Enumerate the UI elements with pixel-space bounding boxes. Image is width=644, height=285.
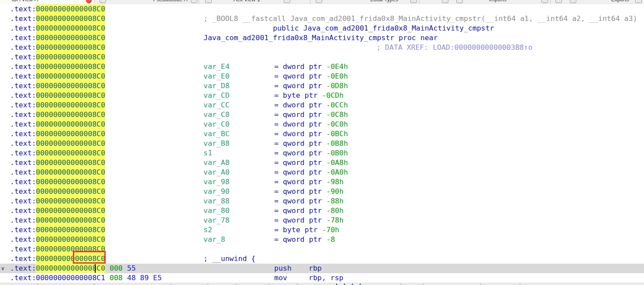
tab-hex-view-1[interactable]: Hex View-1 — [199, 0, 310, 4]
panel-icon[interactable] — [570, 0, 576, 3]
code-segment: var_98 — [203, 177, 230, 187]
address: 00000000000008C0 — [36, 33, 105, 43]
disasm-row[interactable]: .text:00000000000008C0var_80= qword ptr … — [0, 206, 644, 216]
code-segment: = qword ptr -80h — [274, 206, 344, 216]
code-segment: = qword ptr -0C8h — [274, 110, 348, 120]
address: 00000000000008C0 — [36, 62, 105, 72]
disasm-row[interactable]: .text:00000000000008C0var_A0= qword ptr … — [0, 168, 644, 177]
tab-exports[interactable]: Exports — [550, 0, 644, 4]
code-segment: var_80 — [203, 206, 230, 216]
code-segment: = qword ptr -88h — [274, 196, 344, 206]
address: 00000000000008C0 — [36, 120, 105, 129]
disasm-row[interactable]: .text:00000000000008C0var_90= qword ptr … — [0, 187, 644, 196]
address: 00000000000008C0 — [36, 14, 105, 24]
address: 00000000000008C0 — [36, 72, 105, 81]
disasm-row[interactable]: .text:00000000000008C0s1= qword ptr -0B0… — [0, 148, 644, 158]
tab-label: Exports — [611, 0, 629, 3]
code-segment: var_B8 — [203, 139, 230, 148]
panel-icon[interactable] — [191, 0, 197, 3]
disasm-row[interactable]: ∨.text:00000000000008C000055pushrbp — [0, 264, 644, 273]
segment-prefix: .text: — [10, 52, 36, 62]
disasm-row[interactable]: .text:00000000000008C100848 89 E5movrbp,… — [0, 273, 644, 283]
segment-prefix: .text: — [10, 91, 36, 100]
disasm-row[interactable]: .text:00000000000008C0public Java_com_ad… — [0, 24, 644, 33]
tab-imports[interactable]: Imports — [419, 0, 550, 4]
segment-prefix: .text: — [10, 129, 36, 139]
address: 00000000000008C1 — [36, 273, 105, 283]
disasm-row[interactable]: .text:00000000000008C0var_8= qword ptr -… — [0, 235, 644, 244]
address: 00000000000008C0 — [36, 148, 105, 158]
panel-icon[interactable] — [555, 0, 562, 3]
segment-prefix: .text: — [10, 273, 36, 283]
disasm-row[interactable]: .text:00000000000008C0var_CC= dword ptr … — [0, 100, 644, 110]
disasm-row[interactable]: .text:00000000000008C0 — [0, 4, 644, 14]
code-segment: push — [274, 264, 292, 273]
partial-row-strip — [0, 283, 644, 285]
address: 00000000000008C0 — [36, 81, 105, 91]
code-segment: mov — [274, 273, 287, 283]
segment-prefix: .text: — [10, 225, 36, 235]
code-segment: = qword ptr -0D8h — [274, 81, 348, 91]
panel-icon[interactable] — [635, 0, 642, 3]
tab-label: Local Types — [370, 0, 398, 3]
disasm-row[interactable]: .text:00000000000008C0var_E0= qword ptr … — [0, 72, 644, 81]
disasm-row[interactable]: .text:00000000000008C0; _BOOL8 __fastcal… — [0, 14, 644, 24]
disasm-row[interactable]: .text:00000000000008C0Java_com_ad2001_fr… — [0, 33, 644, 43]
tab-label: Hex View-1 — [233, 0, 260, 3]
segment-prefix: .text: — [10, 4, 36, 14]
code-segment: = qword ptr -0B0h — [274, 148, 348, 158]
annotation-red-box — [73, 251, 106, 264]
collapse-arrow-icon[interactable]: ∨ — [1, 264, 5, 273]
disasm-row[interactable]: .text:00000000000008C0s2= byte ptr -70h — [0, 225, 644, 235]
disasm-row[interactable]: .text:00000000000008C0var_E4= dword ptr … — [0, 62, 644, 72]
code-segment: = qword ptr -0B8h — [274, 139, 348, 148]
panel-icon[interactable] — [284, 0, 290, 3]
tab-separator — [94, 0, 94, 4]
disasm-row[interactable]: .text:00000000000008C0var_BC= dword ptr … — [0, 129, 644, 139]
tab-pseudocode-a[interactable]: Pseudocode-A — [94, 0, 199, 4]
address: 00000000000008C0 — [36, 100, 105, 110]
address: 00000000000008C0 — [36, 139, 105, 148]
segment-prefix: .text: — [10, 206, 36, 216]
code-segment: 55 — [127, 264, 136, 273]
tab-ida-view-a[interactable]: IDA View-A — [0, 0, 94, 4]
code-segment: s1 — [203, 148, 212, 158]
disasm-row[interactable]: .text:00000000000008C0var_CD= byte ptr -… — [0, 91, 644, 100]
segment-prefix: .text: — [10, 72, 36, 81]
disasm-row[interactable]: .text:00000000000008C0; DATA XREF: LOAD:… — [0, 43, 644, 52]
disassembly-view[interactable]: .text:00000000000008C0.text:000000000000… — [0, 4, 644, 283]
segment-prefix: .text: — [10, 177, 36, 187]
code-segment: = qword ptr -0A0h — [274, 168, 348, 177]
code-segment: var_E4 — [203, 62, 230, 72]
address: 00000000000008C0 — [36, 187, 105, 196]
code-segment: var_D8 — [203, 81, 230, 91]
segment-prefix: .text: — [10, 254, 36, 264]
address: 00000000000008C0 — [36, 4, 105, 14]
disasm-row[interactable]: .text:00000000000008C0var_98= qword ptr … — [0, 177, 644, 187]
tab-separator — [550, 0, 551, 4]
disasm-row[interactable]: .text:00000000000008C0var_78= qword ptr … — [0, 216, 644, 225]
disasm-row[interactable]: .text:00000000000008C0var_B8= qword ptr … — [0, 139, 644, 148]
panel-icon[interactable] — [541, 0, 548, 3]
panel-icon[interactable] — [442, 0, 448, 3]
panel-icon[interactable] — [410, 0, 417, 3]
panel-icon[interactable] — [100, 0, 106, 3]
tab-separator — [199, 0, 199, 4]
code-segment: ; _BOOL8 __fastcall Java_com_ad2001_frid… — [203, 14, 637, 24]
tab-local-types[interactable]: Local Types — [310, 0, 419, 4]
disasm-row[interactable]: .text:00000000000008C0var_C8= qword ptr … — [0, 110, 644, 120]
text-cursor — [95, 264, 96, 273]
panel-icon[interactable] — [205, 0, 212, 3]
address: 00000000000008C0 — [36, 24, 105, 33]
disasm-row[interactable]: .text:00000000000008C0var_88= qword ptr … — [0, 196, 644, 206]
disasm-row[interactable]: .text:00000000000008C0var_C0= dword ptr … — [0, 120, 644, 129]
disasm-row[interactable]: .text:00000000000008C0 — [0, 52, 644, 62]
disasm-row[interactable]: .text:00000000000008C0var_A8= qword ptr … — [0, 158, 644, 168]
panel-icon[interactable] — [316, 0, 322, 3]
code-segment: var_C8 — [203, 110, 230, 120]
address: 00000000000008C0 — [36, 225, 105, 235]
segment-prefix: .text: — [10, 14, 36, 24]
panel-icon[interactable] — [456, 0, 463, 3]
disasm-row[interactable]: .text:00000000000008C0var_D8= qword ptr … — [0, 81, 644, 91]
segment-prefix: .text: — [10, 110, 36, 120]
